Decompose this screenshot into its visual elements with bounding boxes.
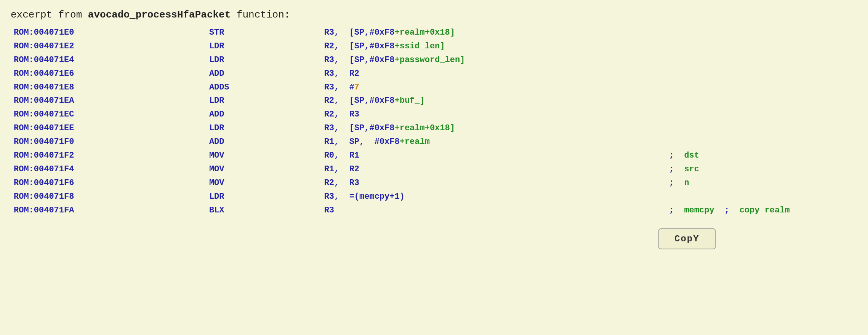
table-row: ROM:004071F0ADDR1, SP, #0xF8+realm <box>11 135 857 149</box>
comment-cell <box>666 135 857 149</box>
table-row: ROM:004071E6ADDR3, R2 <box>11 67 857 81</box>
mnem-cell: ADD <box>206 108 321 121</box>
addr-cell: ROM:004071E6 <box>11 67 206 81</box>
addr-cell: ROM:004071FA <box>11 204 206 217</box>
addr-cell: ROM:004071E0 <box>11 26 206 40</box>
ops-cell: R0, R1 <box>321 149 666 163</box>
intro-suffix: function: <box>231 9 290 21</box>
ops-cell: R3, [SP,#0xF8+realm+0x18] <box>321 26 666 40</box>
mnem-cell: LDR <box>206 121 321 135</box>
comment-cell <box>666 53 857 67</box>
ops-cell: R3 <box>321 204 666 217</box>
mnem-cell: ADD <box>206 135 321 149</box>
table-row: ROM:004071E2LDRR2, [SP,#0xF8+ssid_len] <box>11 40 857 53</box>
comment-cell <box>666 26 857 40</box>
asm-table: ROM:004071E0STRR3, [SP,#0xF8+realm+0x18]… <box>11 26 857 217</box>
table-row: ROM:004071F2MOVR0, R1; dst <box>11 149 857 163</box>
addr-cell: ROM:004071E8 <box>11 81 206 94</box>
ops-cell: R2, [SP,#0xF8+buf_] <box>321 94 666 108</box>
mnem-cell: MOV <box>206 149 321 163</box>
comment-cell <box>666 190 857 204</box>
ops-cell: R3, R2 <box>321 67 666 81</box>
comment-cell: ; src <box>666 163 857 176</box>
mnem-cell: LDR <box>206 190 321 204</box>
addr-cell: ROM:004071EE <box>11 121 206 135</box>
mnem-cell: ADDS <box>206 81 321 94</box>
addr-cell: ROM:004071F6 <box>11 176 206 190</box>
comment-cell: ; n <box>666 176 857 190</box>
addr-cell: ROM:004071F8 <box>11 190 206 204</box>
comment-cell <box>666 108 857 121</box>
comment-cell: ; memcpy ; copy realm <box>666 204 857 217</box>
addr-cell: ROM:004071EC <box>11 108 206 121</box>
func-name: avocado_processHfaPacket <box>88 9 231 21</box>
ops-cell: R2, [SP,#0xF8+ssid_len] <box>321 40 666 53</box>
ops-cell: R1, R2 <box>321 163 666 176</box>
mnem-cell: LDR <box>206 40 321 53</box>
ops-cell: R1, SP, #0xF8+realm <box>321 135 666 149</box>
table-row: ROM:004071E0STRR3, [SP,#0xF8+realm+0x18] <box>11 26 857 40</box>
ops-cell: R3, [SP,#0xF8+realm+0x18] <box>321 121 666 135</box>
intro-line: excerpt from avocado_processHfaPacket fu… <box>11 9 857 21</box>
ops-cell: R2, R3 <box>321 108 666 121</box>
mnem-cell: MOV <box>206 163 321 176</box>
addr-cell: ROM:004071F4 <box>11 163 206 176</box>
comment-cell <box>666 67 857 81</box>
comment-cell <box>666 81 857 94</box>
comment-cell: ; dst <box>666 149 857 163</box>
table-row: ROM:004071F6MOVR2, R3; n <box>11 176 857 190</box>
intro-prefix: excerpt from <box>11 9 88 21</box>
addr-cell: ROM:004071EA <box>11 94 206 108</box>
table-row: ROM:004071EELDRR3, [SP,#0xF8+realm+0x18] <box>11 121 857 135</box>
ops-cell: R3, #7 <box>321 81 666 94</box>
ops-cell: R3, [SP,#0xF8+password_len] <box>321 53 666 67</box>
mnem-cell: ADD <box>206 67 321 81</box>
addr-cell: ROM:004071F0 <box>11 135 206 149</box>
table-row: ROM:004071E8ADDSR3, #7 <box>11 81 857 94</box>
mnem-cell: LDR <box>206 53 321 67</box>
table-row: ROM:004071F4MOVR1, R2; src <box>11 163 857 176</box>
addr-cell: ROM:004071E4 <box>11 53 206 67</box>
comment-cell <box>666 94 857 108</box>
ops-cell: R2, R3 <box>321 176 666 190</box>
table-row: ROM:004071EALDRR2, [SP,#0xF8+buf_] <box>11 94 857 108</box>
mnem-cell: STR <box>206 26 321 40</box>
table-row: ROM:004071E4LDRR3, [SP,#0xF8+password_le… <box>11 53 857 67</box>
addr-cell: ROM:004071F2 <box>11 149 206 163</box>
table-row: ROM:004071F8LDRR3, =(memcpy+1) <box>11 190 857 204</box>
addr-cell: ROM:004071E2 <box>11 40 206 53</box>
comment-cell <box>666 40 857 53</box>
mnem-cell: LDR <box>206 94 321 108</box>
table-row: ROM:004071FABLXR3 ; memcpy ; copy realm <box>11 204 857 217</box>
copy-button[interactable]: CopY <box>658 228 716 249</box>
mnem-cell: BLX <box>206 204 321 217</box>
ops-cell: R3, =(memcpy+1) <box>321 190 666 204</box>
comment-cell <box>666 121 857 135</box>
table-row: ROM:004071ECADDR2, R3 <box>11 108 857 121</box>
mnem-cell: MOV <box>206 176 321 190</box>
